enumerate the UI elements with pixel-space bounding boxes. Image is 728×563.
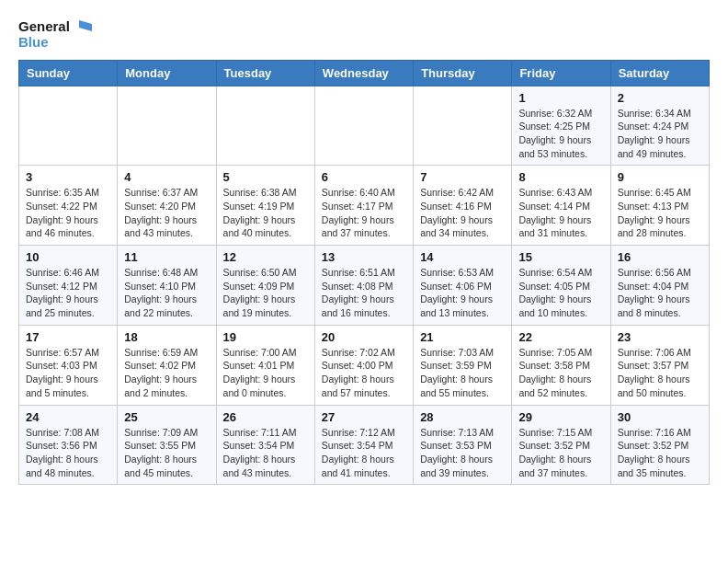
day-info: Sunrise: 7:00 AM Sunset: 4:01 PM Dayligh… [223, 346, 308, 400]
calendar-week-row: 24Sunrise: 7:08 AM Sunset: 3:56 PM Dayli… [19, 405, 710, 485]
day-number: 23 [618, 330, 702, 344]
day-number: 11 [124, 250, 209, 264]
day-number: 3 [26, 170, 110, 184]
calendar-cell: 22Sunrise: 7:05 AM Sunset: 3:58 PM Dayli… [512, 325, 610, 405]
weekday-header-monday: Monday [118, 60, 216, 86]
day-info: Sunrise: 7:16 AM Sunset: 3:52 PM Dayligh… [618, 426, 702, 480]
logo: General Blue [18, 18, 92, 51]
calendar-cell: 6Sunrise: 6:40 AM Sunset: 4:17 PM Daylig… [314, 166, 413, 246]
day-info: Sunrise: 7:02 AM Sunset: 4:00 PM Dayligh… [322, 346, 406, 400]
calendar-cell [414, 86, 512, 166]
day-number: 1 [518, 91, 603, 105]
day-number: 2 [618, 91, 702, 105]
day-info: Sunrise: 7:03 AM Sunset: 3:59 PM Dayligh… [420, 346, 505, 400]
logo-text-blue: Blue [18, 35, 92, 51]
weekday-header-tuesday: Tuesday [216, 60, 314, 86]
calendar-cell: 28Sunrise: 7:13 AM Sunset: 3:53 PM Dayli… [414, 405, 512, 485]
calendar-cell: 29Sunrise: 7:15 AM Sunset: 3:52 PM Dayli… [512, 405, 610, 485]
calendar-cell: 27Sunrise: 7:12 AM Sunset: 3:54 PM Dayli… [314, 405, 413, 485]
calendar-cell: 18Sunrise: 6:59 AM Sunset: 4:02 PM Dayli… [118, 325, 216, 405]
day-info: Sunrise: 6:34 AM Sunset: 4:24 PM Dayligh… [618, 107, 702, 161]
calendar-cell: 10Sunrise: 6:46 AM Sunset: 4:12 PM Dayli… [19, 246, 118, 326]
day-number: 27 [322, 410, 406, 424]
logo-text-general: General [18, 19, 70, 35]
calendar-cell: 21Sunrise: 7:03 AM Sunset: 3:59 PM Dayli… [414, 325, 512, 405]
day-number: 9 [618, 170, 702, 184]
day-info: Sunrise: 6:48 AM Sunset: 4:10 PM Dayligh… [124, 266, 209, 320]
day-info: Sunrise: 6:46 AM Sunset: 4:12 PM Dayligh… [26, 266, 110, 320]
day-info: Sunrise: 7:08 AM Sunset: 3:56 PM Dayligh… [26, 426, 110, 480]
calendar-cell: 12Sunrise: 6:50 AM Sunset: 4:09 PM Dayli… [216, 246, 314, 326]
calendar-cell: 11Sunrise: 6:48 AM Sunset: 4:10 PM Dayli… [118, 246, 216, 326]
day-number: 19 [223, 330, 308, 344]
calendar-table: SundayMondayTuesdayWednesdayThursdayFrid… [18, 60, 710, 486]
day-info: Sunrise: 7:13 AM Sunset: 3:53 PM Dayligh… [420, 426, 505, 480]
day-number: 6 [322, 170, 406, 184]
weekday-header-sunday: Sunday [19, 60, 118, 86]
day-number: 22 [518, 330, 603, 344]
calendar-cell: 5Sunrise: 6:38 AM Sunset: 4:19 PM Daylig… [216, 166, 314, 246]
calendar-cell [216, 86, 314, 166]
calendar-cell: 19Sunrise: 7:00 AM Sunset: 4:01 PM Dayli… [216, 325, 314, 405]
calendar-cell: 9Sunrise: 6:45 AM Sunset: 4:13 PM Daylig… [610, 166, 709, 246]
day-info: Sunrise: 6:42 AM Sunset: 4:16 PM Dayligh… [420, 186, 505, 240]
calendar-cell: 1Sunrise: 6:32 AM Sunset: 4:25 PM Daylig… [512, 86, 610, 166]
day-info: Sunrise: 7:06 AM Sunset: 3:57 PM Dayligh… [618, 346, 702, 400]
day-number: 5 [223, 170, 308, 184]
calendar-cell: 14Sunrise: 6:53 AM Sunset: 4:06 PM Dayli… [414, 246, 512, 326]
calendar-cell: 20Sunrise: 7:02 AM Sunset: 4:00 PM Dayli… [314, 325, 413, 405]
calendar-week-row: 3Sunrise: 6:35 AM Sunset: 4:22 PM Daylig… [19, 166, 710, 246]
day-info: Sunrise: 7:12 AM Sunset: 3:54 PM Dayligh… [322, 426, 406, 480]
calendar-cell [19, 86, 118, 166]
calendar-cell: 4Sunrise: 6:37 AM Sunset: 4:20 PM Daylig… [118, 166, 216, 246]
calendar-cell: 30Sunrise: 7:16 AM Sunset: 3:52 PM Dayli… [610, 405, 709, 485]
calendar-week-row: 1Sunrise: 6:32 AM Sunset: 4:25 PM Daylig… [19, 86, 710, 166]
day-info: Sunrise: 6:57 AM Sunset: 4:03 PM Dayligh… [26, 346, 110, 400]
calendar-cell: 23Sunrise: 7:06 AM Sunset: 3:57 PM Dayli… [610, 325, 709, 405]
calendar-cell: 24Sunrise: 7:08 AM Sunset: 3:56 PM Dayli… [19, 405, 118, 485]
day-number: 17 [26, 330, 110, 344]
weekday-header-thursday: Thursday [414, 60, 512, 86]
day-number: 15 [518, 250, 603, 264]
calendar-cell: 7Sunrise: 6:42 AM Sunset: 4:16 PM Daylig… [414, 166, 512, 246]
day-number: 18 [124, 330, 209, 344]
day-info: Sunrise: 7:11 AM Sunset: 3:54 PM Dayligh… [223, 426, 308, 480]
weekday-header-saturday: Saturday [610, 60, 709, 86]
day-info: Sunrise: 7:15 AM Sunset: 3:52 PM Dayligh… [518, 426, 603, 480]
day-info: Sunrise: 6:38 AM Sunset: 4:19 PM Dayligh… [223, 186, 308, 240]
day-info: Sunrise: 6:56 AM Sunset: 4:04 PM Dayligh… [618, 266, 702, 320]
calendar-cell [314, 86, 413, 166]
day-number: 8 [518, 170, 603, 184]
day-info: Sunrise: 7:09 AM Sunset: 3:55 PM Dayligh… [124, 426, 209, 480]
calendar-cell: 2Sunrise: 6:34 AM Sunset: 4:24 PM Daylig… [610, 86, 709, 166]
day-number: 26 [223, 410, 308, 424]
day-number: 25 [124, 410, 209, 424]
day-number: 21 [420, 330, 505, 344]
day-info: Sunrise: 6:40 AM Sunset: 4:17 PM Dayligh… [322, 186, 406, 240]
calendar-cell: 3Sunrise: 6:35 AM Sunset: 4:22 PM Daylig… [19, 166, 118, 246]
day-number: 4 [124, 170, 209, 184]
calendar-cell: 15Sunrise: 6:54 AM Sunset: 4:05 PM Dayli… [512, 246, 610, 326]
logo-bird-icon [72, 18, 92, 35]
day-info: Sunrise: 6:37 AM Sunset: 4:20 PM Dayligh… [124, 186, 209, 240]
day-info: Sunrise: 7:05 AM Sunset: 3:58 PM Dayligh… [518, 346, 603, 400]
day-number: 12 [223, 250, 308, 264]
calendar-week-row: 10Sunrise: 6:46 AM Sunset: 4:12 PM Dayli… [19, 246, 710, 326]
calendar-cell: 26Sunrise: 7:11 AM Sunset: 3:54 PM Dayli… [216, 405, 314, 485]
day-info: Sunrise: 6:45 AM Sunset: 4:13 PM Dayligh… [618, 186, 702, 240]
day-info: Sunrise: 6:54 AM Sunset: 4:05 PM Dayligh… [518, 266, 603, 320]
weekday-header-row: SundayMondayTuesdayWednesdayThursdayFrid… [19, 60, 710, 86]
calendar-cell: 13Sunrise: 6:51 AM Sunset: 4:08 PM Dayli… [314, 246, 413, 326]
calendar-cell: 25Sunrise: 7:09 AM Sunset: 3:55 PM Dayli… [118, 405, 216, 485]
day-number: 10 [26, 250, 110, 264]
day-number: 29 [518, 410, 603, 424]
calendar-cell [118, 86, 216, 166]
day-number: 24 [26, 410, 110, 424]
weekday-header-wednesday: Wednesday [314, 60, 413, 86]
day-info: Sunrise: 6:32 AM Sunset: 4:25 PM Dayligh… [518, 107, 603, 161]
weekday-header-friday: Friday [512, 60, 610, 86]
calendar-week-row: 17Sunrise: 6:57 AM Sunset: 4:03 PM Dayli… [19, 325, 710, 405]
calendar-cell: 16Sunrise: 6:56 AM Sunset: 4:04 PM Dayli… [610, 246, 709, 326]
day-number: 14 [420, 250, 505, 264]
calendar-cell: 17Sunrise: 6:57 AM Sunset: 4:03 PM Dayli… [19, 325, 118, 405]
